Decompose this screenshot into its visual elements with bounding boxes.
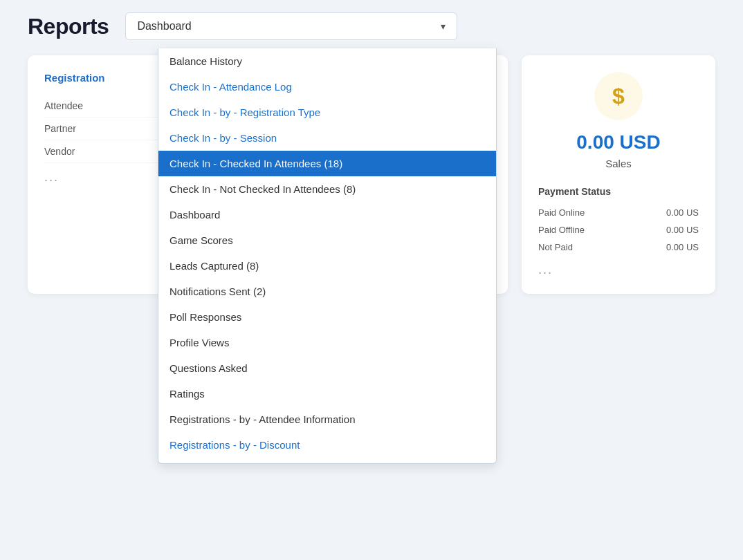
payment-status-title: Payment Status	[538, 186, 699, 197]
sales-amount: 0.00 USD	[576, 131, 660, 153]
payment-row-online: Paid Online 0.00 US	[538, 204, 699, 221]
list-item[interactable]: Check In - by - Registration Type	[158, 100, 496, 125]
payment-status-section: Payment Status Paid Online 0.00 US Paid …	[538, 186, 699, 277]
chevron-down-icon: ▾	[441, 21, 446, 32]
page-container: Reports Dashboard ▾ Balance HistoryCheck…	[0, 0, 743, 560]
list-item[interactable]: Check In - Checked In Attendees (18)	[158, 151, 496, 176]
payment-row-value: 0.00 US	[666, 207, 699, 218]
dollar-circle-icon: $	[594, 72, 643, 120]
page-title: Reports	[28, 14, 109, 39]
list-item[interactable]: Questions Asked	[158, 355, 496, 381]
list-item[interactable]: Dashboard	[158, 202, 496, 227]
header: Reports Dashboard ▾	[0, 0, 743, 53]
payment-row-value: 0.00 US	[666, 225, 699, 235]
more-payment-rows: ...	[538, 263, 699, 277]
row-label: Attendee	[44, 100, 83, 111]
list-item[interactable]: Poll Responses	[158, 304, 496, 330]
payment-row-label: Paid Offline	[538, 225, 585, 235]
list-item[interactable]: Registrations - by - Discount	[158, 432, 496, 458]
list-item[interactable]: Balance History	[158, 48, 496, 74]
sales-label: Sales	[605, 158, 632, 169]
row-label: Vendor	[44, 146, 75, 157]
list-item[interactable]: Registrations - by - Attendee Informatio…	[158, 407, 496, 432]
list-item[interactable]: Check In - by - Session	[158, 125, 496, 151]
list-item[interactable]: Profile Views	[158, 330, 496, 355]
list-item[interactable]: Ratings	[158, 381, 496, 407]
payment-row-value: 0.00 US	[666, 242, 699, 252]
sales-card: $ 0.00 USD Sales Payment Status Paid Onl…	[522, 55, 715, 294]
list-item[interactable]: Notifications Sent (2)	[158, 279, 496, 304]
dropdown-list: Balance HistoryCheck In - Attendance Log…	[158, 48, 497, 464]
payment-row-label: Not Paid	[538, 242, 573, 252]
report-type-dropdown[interactable]: Dashboard ▾	[125, 12, 457, 40]
dollar-sign-icon: $	[612, 84, 625, 109]
list-item[interactable]: Leads Captured (8)	[158, 253, 496, 279]
payment-row-not-paid: Not Paid 0.00 US	[538, 239, 699, 256]
row-label: Partner	[44, 123, 76, 134]
payment-row-label: Paid Online	[538, 207, 585, 218]
payment-row-offline: Paid Offline 0.00 US	[538, 221, 699, 239]
list-item[interactable]: Check In - Attendance Log	[158, 74, 496, 100]
dropdown-selected-value: Dashboard	[137, 20, 191, 32]
list-item[interactable]: Check In - Not Checked In Attendees (8)	[158, 176, 496, 202]
list-item[interactable]: Registrations - by - Payment Status	[158, 458, 496, 463]
dropdown-scrollable-area[interactable]: Balance HistoryCheck In - Attendance Log…	[158, 48, 496, 463]
list-item[interactable]: Game Scores	[158, 227, 496, 253]
